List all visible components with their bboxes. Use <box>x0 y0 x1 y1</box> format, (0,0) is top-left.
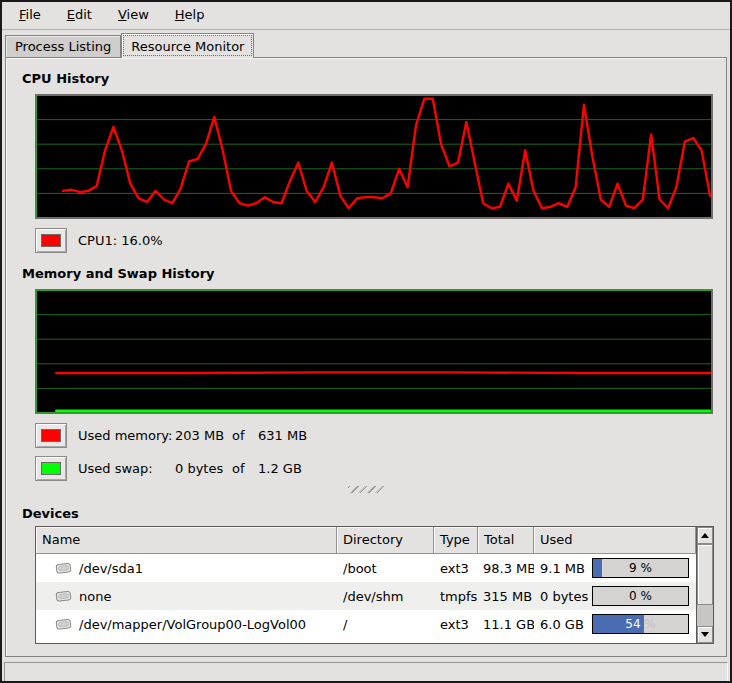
column-header-directory[interactable]: Directory <box>337 527 434 554</box>
column-header-total[interactable]: Total <box>478 527 534 554</box>
memory-of-text: of <box>232 428 258 443</box>
device-type: ext3 <box>434 561 478 576</box>
column-header-used[interactable]: Used <box>534 527 696 554</box>
device-type: ext3 <box>434 617 478 632</box>
tab-resource-monitor[interactable]: Resource Monitor <box>121 33 254 58</box>
scrollbar-up-button[interactable] <box>697 527 713 544</box>
device-name: none <box>79 589 111 604</box>
devices-table-header: NameDirectoryTypeTotalUsed <box>36 527 696 554</box>
cpu-legend-label: CPU1: 16.0% <box>78 233 163 248</box>
swap-legend-row: Used swap: 0 bytes of 1.2 GB <box>35 456 726 481</box>
grip-marks-icon <box>348 486 384 493</box>
disk-icon <box>55 589 72 603</box>
disk-icon <box>55 617 72 631</box>
devices-title: Devices <box>22 506 726 521</box>
device-row[interactable]: /dev/mapper/VolGroup00-LogVol00/ext311.1… <box>36 610 696 638</box>
devices-scrollbar[interactable] <box>696 527 713 643</box>
column-header-type[interactable]: Type <box>434 527 478 554</box>
memory-color-button[interactable] <box>35 423 67 448</box>
device-row[interactable]: /dev/sda1/bootext398.3 MB9.1 MB9 %9 % <box>36 554 696 582</box>
usage-percent-label-inverse: 9 % <box>593 559 602 577</box>
arrow-down-icon <box>701 632 709 637</box>
cpu-history-chart <box>35 94 713 219</box>
disk-icon <box>55 561 72 575</box>
device-type: tmpfs <box>434 589 478 604</box>
menu-help[interactable]: Help <box>164 2 216 29</box>
usage-progress-bar: 9 %9 % <box>592 558 689 578</box>
usage-progress-bar: 54 %54 % <box>592 614 689 634</box>
swap-of-text: of <box>232 461 258 476</box>
thumb-grip-icon <box>701 568 710 582</box>
devices-table: NameDirectoryTypeTotalUsed /dev/sda1/boo… <box>35 526 714 644</box>
device-directory: /dev/shm <box>337 589 434 604</box>
arrow-up-icon <box>701 533 709 538</box>
swap-used-value: 0 bytes <box>175 461 232 476</box>
memory-used-value: 203 MB <box>175 428 232 443</box>
devices-table-body: /dev/sda1/bootext398.3 MB9.1 MB9 %9 %non… <box>36 554 696 638</box>
tab-bar: Process Listing Resource Monitor <box>2 30 730 57</box>
device-name: /dev/sda1 <box>79 561 143 576</box>
device-name: /dev/mapper/VolGroup00-LogVol00 <box>79 617 306 632</box>
device-used: 9.1 MB <box>534 561 590 576</box>
app-window: File Edit View Help Process Listing Reso… <box>0 0 732 683</box>
device-directory: /boot <box>337 561 434 576</box>
device-total: 11.1 GB <box>478 617 534 632</box>
device-row[interactable]: none/dev/shmtmpfs315 MB0 bytes0 %0 % <box>36 582 696 610</box>
swap-total-value: 1.2 GB <box>258 461 302 476</box>
menu-view[interactable]: View <box>107 2 160 29</box>
scrollbar-down-button[interactable] <box>697 626 713 643</box>
tab-process-listing[interactable]: Process Listing <box>5 35 121 57</box>
swap-color-swatch <box>41 462 61 475</box>
cpu-color-swatch <box>41 234 61 247</box>
swap-legend-label: Used swap: <box>78 461 175 476</box>
memory-history-chart <box>35 289 713 414</box>
device-total: 98.3 MB <box>478 561 534 576</box>
memory-color-swatch <box>41 429 61 442</box>
memory-history-plot <box>36 290 712 413</box>
device-used: 0 bytes <box>534 589 590 604</box>
status-bar <box>4 662 728 682</box>
usage-percent-label: 9 % <box>593 559 688 577</box>
scrollbar-thumb[interactable] <box>697 544 713 605</box>
memory-total-value: 631 MB <box>258 428 307 443</box>
usage-progress-bar: 0 %0 % <box>592 586 689 606</box>
device-directory: / <box>337 617 434 632</box>
memory-legend-row: Used memory: 203 MB of 631 MB <box>35 423 726 448</box>
resource-monitor-panel: CPU History CPU1: 16.0% Memory and Swap … <box>5 57 727 657</box>
pane-resize-handle[interactable] <box>6 486 726 494</box>
cpu-color-button[interactable] <box>35 228 67 253</box>
device-used: 6.0 GB <box>534 617 590 632</box>
column-header-name[interactable]: Name <box>36 527 337 554</box>
memory-history-title: Memory and Swap History <box>22 266 726 281</box>
usage-percent-label: 0 % <box>593 587 688 605</box>
swap-color-button[interactable] <box>35 456 67 481</box>
scrollbar-trough[interactable] <box>697 605 713 626</box>
menu-edit[interactable]: Edit <box>56 2 103 29</box>
cpu-history-title: CPU History <box>22 71 726 86</box>
cpu-legend: CPU1: 16.0% <box>35 228 726 253</box>
menu-bar: File Edit View Help <box>2 2 730 30</box>
device-total: 315 MB <box>478 589 534 604</box>
memory-legend-label: Used memory: <box>78 428 175 443</box>
cpu-history-plot <box>36 95 712 218</box>
usage-percent-label-inverse: 54 % <box>593 615 644 633</box>
menu-file[interactable]: File <box>8 2 52 29</box>
